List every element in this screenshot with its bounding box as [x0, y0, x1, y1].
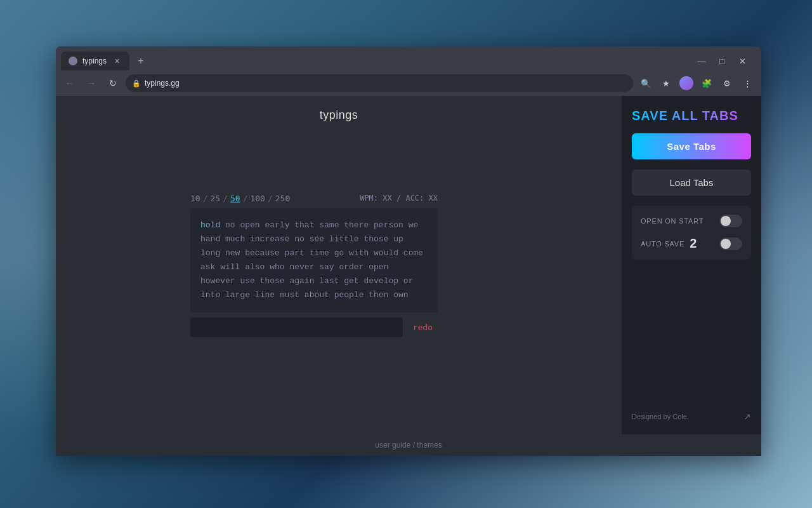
open-on-start-row: OPEN ON START: [641, 215, 742, 227]
profile-avatar: [679, 76, 693, 90]
main-area: typings 10 / 25 / 50 / 100 / 250 W: [56, 96, 622, 434]
open-on-start-label: OPEN ON START: [641, 217, 704, 225]
tab-close-button[interactable]: ✕: [112, 56, 122, 66]
browser-window: typings ✕ + — □ ✕ ← → ↻ 🔒 typings.gg 🔍 ★: [56, 46, 761, 456]
word-count-100[interactable]: 100: [250, 193, 265, 203]
menu-icon[interactable]: ⋮: [738, 74, 756, 92]
auto-save-toggle[interactable]: [719, 237, 742, 250]
auto-save-row: AUTO SAVE 2: [641, 236, 742, 251]
reload-button[interactable]: ↻: [104, 74, 122, 92]
app-title: typings: [320, 109, 358, 122]
back-button[interactable]: ←: [61, 74, 79, 92]
new-tab-button[interactable]: +: [132, 52, 150, 70]
typing-input[interactable]: [190, 318, 403, 337]
close-button[interactable]: ✕: [733, 52, 751, 70]
text-display: hold no open early that same there perso…: [190, 208, 438, 312]
active-tab[interactable]: typings ✕: [61, 51, 129, 70]
highlighted-word: hold: [200, 220, 220, 229]
auto-save-left: AUTO SAVE 2: [641, 236, 697, 251]
page-content: typings 10 / 25 / 50 / 100 / 250 W: [56, 96, 761, 434]
window-controls: — □ ✕: [693, 52, 756, 70]
word-count-250[interactable]: 250: [275, 193, 290, 203]
lock-icon: 🔒: [132, 79, 141, 88]
typing-text: no open early that same there person we …: [200, 220, 423, 299]
profile-icon[interactable]: [678, 74, 695, 92]
settings-panel: OPEN ON START AUTO SAVE 2: [632, 206, 751, 260]
word-count-bar: 10 / 25 / 50 / 100 / 250 WPM: XX / ACC: …: [190, 193, 438, 203]
toolbar-icons: 🔍 ★ 🧩 ⚙ ⋮: [637, 74, 756, 92]
url-text: typings.gg: [145, 79, 180, 88]
tab-favicon: [69, 57, 77, 65]
tab-bar: typings ✕ + — □ ✕: [56, 46, 761, 70]
tab-title: typings: [82, 57, 107, 65]
designed-by-row: Designed by Cole. ↗: [632, 411, 751, 422]
search-icon-btn[interactable]: 🔍: [637, 74, 655, 92]
auto-save-label: AUTO SAVE: [641, 240, 684, 248]
sidebar-panel: SAVE ALL TABS Save Tabs Load Tabs OPEN O…: [622, 96, 761, 434]
browser-chrome: typings ✕ + — □ ✕ ← → ↻ 🔒 typings.gg 🔍 ★: [56, 46, 761, 96]
word-count-25[interactable]: 25: [210, 193, 220, 203]
footer-links[interactable]: user guide / themes: [375, 441, 442, 450]
auto-save-number: 2: [690, 236, 697, 251]
typing-container: 10 / 25 / 50 / 100 / 250 WPM: XX / ACC: …: [190, 193, 438, 337]
address-bar[interactable]: 🔒 typings.gg: [126, 74, 633, 92]
word-counts: 10 / 25 / 50 / 100 / 250: [190, 193, 290, 203]
forward-button[interactable]: →: [82, 74, 100, 92]
stats-display: WPM: XX / ACC: XX: [360, 194, 438, 203]
extensions-icon[interactable]: 🧩: [698, 74, 716, 92]
another-icon[interactable]: ⚙: [718, 74, 736, 92]
word-count-50[interactable]: 50: [230, 193, 240, 203]
save-tabs-button[interactable]: Save Tabs: [632, 133, 751, 159]
panel-title: SAVE ALL TABS: [632, 109, 751, 123]
bookmark-icon[interactable]: ★: [657, 74, 675, 92]
input-row: redo: [190, 318, 438, 337]
page-footer: user guide / themes: [56, 434, 761, 456]
open-on-start-toggle[interactable]: [719, 215, 742, 227]
address-bar-row: ← → ↻ 🔒 typings.gg 🔍 ★ 🧩 ⚙ ⋮: [56, 70, 761, 96]
minimize-button[interactable]: —: [693, 52, 710, 70]
maximize-button[interactable]: □: [713, 52, 731, 70]
designed-by-text: Designed by Cole.: [632, 413, 689, 420]
load-tabs-button[interactable]: Load Tabs: [632, 170, 751, 196]
redo-button[interactable]: redo: [408, 320, 438, 335]
word-count-10[interactable]: 10: [190, 193, 200, 203]
external-link-icon[interactable]: ↗: [743, 411, 751, 422]
